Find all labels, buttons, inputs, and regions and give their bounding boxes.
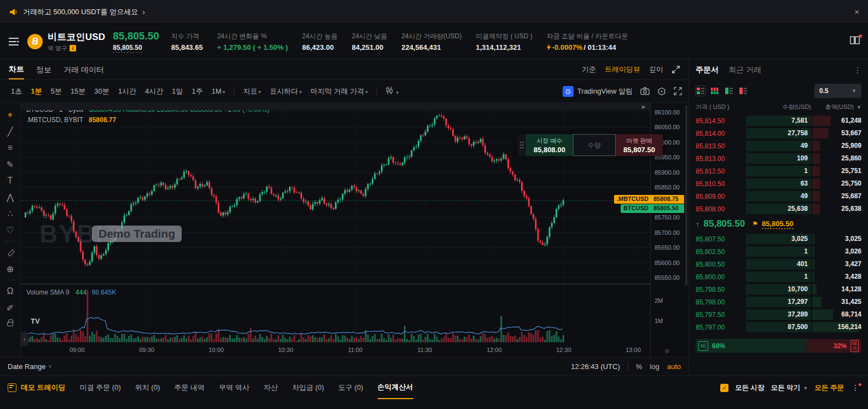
time-axis[interactable]: 09:0009:3010:0010:3011:0011:3012:0012:30… <box>21 344 650 357</box>
interval-4시간[interactable]: 4시간 <box>141 85 167 97</box>
mark-price[interactable]: 85,805.50 <box>113 44 142 53</box>
bottom-tab-1[interactable]: 위치 (0) <box>135 376 160 399</box>
orderbook-menu-icon[interactable]: ⋮ <box>854 66 861 74</box>
tick-size-dropdown[interactable]: 0.5▼ <box>814 84 861 98</box>
bid-row[interactable]: 85,798.0017,29731,425 <box>689 296 868 308</box>
bottom-tab-0[interactable]: 미결 주문 (0) <box>80 376 121 399</box>
bid-row[interactable]: 85,798.5010,70014,128 <box>689 283 868 296</box>
ask-row[interactable]: 85,813.504925,909 <box>689 140 868 152</box>
indicators-menu[interactable]: 지표▾ <box>239 84 265 99</box>
banner-close-icon[interactable]: × <box>854 7 859 16</box>
bottom-tab-4[interactable]: 자산 <box>264 376 278 399</box>
ask-row[interactable]: 85,809.004925,687 <box>689 190 868 203</box>
ruler-icon[interactable]: ▭ <box>0 241 21 263</box>
tab-depth[interactable]: 깊이 <box>649 65 663 74</box>
all-instruments-dropdown[interactable]: 모든 악기 ▼ <box>771 383 808 393</box>
tab-standard[interactable]: 기준 <box>582 65 596 74</box>
widget-drag-handle[interactable] <box>517 134 526 156</box>
ask-row[interactable]: 85,808.0025,63825,638 <box>689 203 868 215</box>
quantity-input[interactable] <box>573 134 616 156</box>
layout-both-sides-icon[interactable] <box>696 86 705 96</box>
tab-차트[interactable]: 차트 <box>9 60 24 79</box>
orderbook-mark-price[interactable]: 85,805.50 <box>762 220 794 229</box>
display-menu[interactable]: 표시하다▾ <box>265 84 306 99</box>
interval-1주[interactable]: 1주 <box>187 85 207 97</box>
tab-recent-trades[interactable]: 최근 거래 <box>728 65 761 75</box>
all-orders-link[interactable]: 모든 주문 <box>815 383 844 393</box>
info-icon[interactable]: i <box>70 45 76 51</box>
bid-row[interactable]: 85,807.503,0253,025 <box>689 233 868 245</box>
market-buy-button[interactable]: 시장 매수 85,808.00 <box>526 134 573 156</box>
percent-scale-button[interactable]: % <box>636 362 643 371</box>
ask-row[interactable]: 85,813.0010925,860 <box>689 152 868 165</box>
bottom-tab-5[interactable]: 차입금 (0) <box>292 376 325 399</box>
interval-30분[interactable]: 30분 <box>90 85 113 97</box>
trend-line-icon[interactable]: ╱ <box>3 124 18 139</box>
fullscreen-icon[interactable] <box>674 87 682 95</box>
auto-scale-button[interactable]: auto <box>667 362 681 371</box>
text-tool-icon[interactable]: T <box>3 173 18 188</box>
bid-row[interactable]: 85,800.504013,427 <box>689 258 868 270</box>
tab-tradingview[interactable]: 트레이딩뷰 <box>605 65 640 74</box>
brush-icon[interactable]: ✎ <box>3 157 18 172</box>
ask-row[interactable]: 85,814.0027,75853,667 <box>689 127 868 140</box>
market-sell-button[interactable]: 마켓 판매 85,807.50 <box>616 134 663 156</box>
favorites-heart-icon[interactable]: ♡ <box>3 222 18 238</box>
crosshair-icon[interactable]: ⌖ <box>3 107 18 123</box>
legend-scroll-arrow-icon[interactable]: ▶ <box>642 104 646 110</box>
log-scale-button[interactable]: log <box>650 362 659 371</box>
promo-banner[interactable]: 거래하고 500,000 USDT를 얻으세요 › × <box>0 0 868 24</box>
all-markets-checkbox[interactable]: ✓ <box>720 384 728 392</box>
interval-1초[interactable]: 1초 <box>7 85 26 97</box>
chart-settings-icon[interactable] <box>657 87 666 96</box>
tab-거래 데이터[interactable]: 거래 데이터 <box>63 60 104 79</box>
ask-row[interactable]: 85,812.50125,751 <box>689 165 868 177</box>
interval-1일[interactable]: 1일 <box>167 85 187 97</box>
parallel-channel-icon[interactable]: ≡ <box>3 140 18 155</box>
tradingview-alert-button[interactable]: TradingView 알림 <box>563 86 633 97</box>
bottom-tab-3[interactable]: 무역 역사 <box>219 376 250 399</box>
magnet-icon[interactable]: Ω <box>3 284 18 299</box>
tradingview-logo[interactable]: TV <box>31 317 40 325</box>
lock-icon[interactable] <box>3 316 18 332</box>
layout-bids-only-icon[interactable] <box>724 86 734 96</box>
tab-정보[interactable]: 정보 <box>36 60 51 79</box>
date-range-menu[interactable]: Date Range <box>8 362 45 371</box>
price-chart-canvas[interactable]: ▶ BTCUSD · 1 · Bybit O85804.50 H85805.50… <box>21 103 650 357</box>
price-pane[interactable] <box>21 103 650 284</box>
bid-row[interactable]: 85,800.0013,428 <box>689 270 868 283</box>
screenshot-camera-icon[interactable] <box>640 87 650 95</box>
total-column-sort[interactable]: 총액(USD) ▼ <box>811 103 861 111</box>
forecast-icon[interactable]: ∴ <box>3 206 18 221</box>
bid-row[interactable]: 85,797.0087,500156,214 <box>689 321 868 333</box>
bid-row[interactable]: 85,797.5037,28968,714 <box>689 308 868 321</box>
xabcd-pattern-icon[interactable]: ⋀ <box>3 189 18 205</box>
toolbar-collapse-handle[interactable]: ‹ <box>21 332 28 346</box>
interval-1분[interactable]: 1분 <box>26 85 46 97</box>
ask-row[interactable]: 85,814.507,58161,248 <box>689 114 868 127</box>
symbol-block[interactable]: 비트코인USD 역 영구i <box>48 31 105 53</box>
interval-15분[interactable]: 15분 <box>66 85 90 97</box>
bid-row[interactable]: 85,802.5013,026 <box>689 245 868 258</box>
expand-icon[interactable] <box>672 66 680 73</box>
layout-asks-only-icon[interactable] <box>738 86 748 96</box>
bottom-tab-6[interactable]: 도구 (0) <box>338 376 363 399</box>
mid-price-row[interactable]: ↑ 85,805.50 ⚑ 85,805.50 <box>689 215 868 233</box>
interval-1M[interactable]: 1M▾ <box>207 85 230 97</box>
bottom-tab-2[interactable]: 주문 내역 <box>174 376 205 399</box>
all-markets-label[interactable]: 모든 시장 <box>735 383 764 393</box>
interval-5분[interactable]: 5분 <box>46 85 66 97</box>
chart-scrollbar[interactable] <box>685 105 687 286</box>
interval-1시간[interactable]: 1시간 <box>114 85 141 97</box>
markets-menu-icon[interactable] <box>8 37 20 47</box>
zoom-in-icon[interactable]: ⊕ <box>3 261 18 276</box>
last-trade-price-menu[interactable]: 마지막 거래 가격▾ <box>306 84 372 99</box>
utc-clock[interactable]: 12:26:43 (UTC) <box>571 362 620 371</box>
layout-vertical-icon[interactable] <box>710 86 720 96</box>
orderbook-panel-toggle-icon[interactable] <box>849 36 860 47</box>
ask-row[interactable]: 85,810.506325,750 <box>689 177 868 190</box>
more-menu-icon[interactable]: ⋮ <box>850 383 860 392</box>
demo-trading-label[interactable]: 데모 트레이딩 <box>21 383 66 393</box>
candle-style-menu[interactable]: ▾ <box>381 84 403 98</box>
axis-settings-icon[interactable]: ☼ <box>664 346 670 354</box>
